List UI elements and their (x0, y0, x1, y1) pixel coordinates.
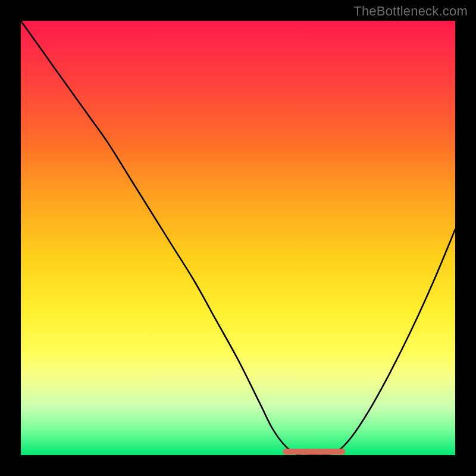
plot-area (21, 21, 455, 455)
bottleneck-curve (21, 21, 455, 455)
chart-frame: TheBottleneck.com (0, 0, 476, 476)
watermark-text: TheBottleneck.com (353, 4, 468, 19)
chart-svg (21, 21, 455, 455)
